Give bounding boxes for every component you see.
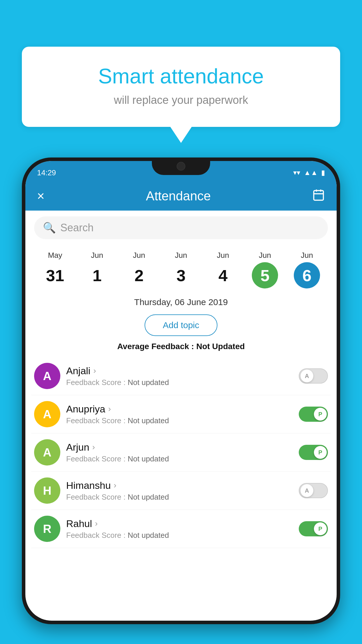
chevron-icon: › [92,442,95,452]
average-feedback: Average Feedback : Not Updated [25,342,337,351]
phone-camera [177,162,185,171]
date-day: 6 [294,262,320,288]
date-day: 31 [42,262,68,288]
student-avatar: A [34,363,60,389]
toggle-container[interactable]: A [299,483,328,498]
student-name[interactable]: Arjun › [66,442,293,453]
phone-notch [152,158,210,175]
student-item: HHimanshu ›Feedback Score : Not updatedA [31,472,331,510]
student-avatar: A [34,401,60,427]
search-bar[interactable]: 🔍 Search [34,216,328,239]
date-day: 5 [252,262,278,288]
student-info[interactable]: Rahul ›Feedback Score : Not updated [66,518,293,540]
attendance-toggle[interactable]: A [299,483,328,498]
attendance-toggle[interactable]: P [299,521,328,536]
average-feedback-value: Not Updated [196,342,245,351]
date-item-6[interactable]: Jun6 [286,251,328,288]
attendance-toggle[interactable]: A [299,368,328,384]
student-feedback: Feedback Score : Not updated [66,493,293,502]
date-month: Jun [259,251,271,260]
date-month: May [48,251,62,260]
toggle-knob: P [314,522,327,535]
student-item: AArjun ›Feedback Score : Not updatedP [31,433,331,472]
calendar-icon[interactable] [312,188,325,204]
student-name[interactable]: Rahul › [66,518,293,529]
student-info[interactable]: Anjali ›Feedback Score : Not updated [66,365,293,387]
date-item-1[interactable]: Jun1 [76,251,118,288]
date-day: 2 [126,262,152,288]
search-placeholder: Search [60,222,94,234]
date-month: Jun [175,251,187,260]
status-icons: ▾▾ ▲▲ ▮ [293,169,325,177]
toggle-knob: A [301,370,313,382]
signal-icon: ▲▲ [304,169,318,177]
speech-bubble-container: Smart attendance will replace your paper… [22,47,340,127]
toggle-container[interactable]: A [299,368,328,384]
date-day: 3 [168,262,194,288]
student-item: AAnupriya ›Feedback Score : Not updatedP [31,395,331,433]
svg-rect-0 [314,190,323,200]
student-item: RRahul ›Feedback Score : Not updatedP [31,510,331,548]
student-info[interactable]: Himanshu ›Feedback Score : Not updated [66,480,293,502]
student-list: AAnjali ›Feedback Score : Not updatedAAA… [25,357,337,548]
date-month: Jun [301,251,313,260]
average-feedback-label: Average Feedback : [117,342,194,351]
speech-bubble-subtitle: will replace your paperwork [34,94,328,106]
date-month: Jun [217,251,229,260]
student-avatar: R [34,516,60,542]
speech-bubble-title: Smart attendance [34,64,328,88]
attendance-toggle[interactable]: P [299,445,328,460]
date-month: Jun [91,251,103,260]
student-info[interactable]: Arjun ›Feedback Score : Not updated [66,442,293,463]
search-icon: 🔍 [43,222,56,234]
chevron-icon: › [114,481,116,490]
date-item-31[interactable]: May31 [34,251,76,288]
student-avatar: A [34,439,60,466]
chevron-icon: › [108,404,111,414]
student-feedback: Feedback Score : Not updated [66,416,293,425]
speech-bubble: Smart attendance will replace your paper… [22,47,340,127]
student-feedback: Feedback Score : Not updated [66,378,293,387]
phone-frame: 14:29 ▾▾ ▲▲ ▮ × Attendance [22,158,340,624]
student-feedback: Feedback Score : Not updated [66,454,293,463]
student-feedback: Feedback Score : Not updated [66,531,293,540]
date-scroller[interactable]: May31Jun1Jun2Jun3Jun4Jun5Jun6 [25,245,337,294]
toggle-container[interactable]: P [299,521,328,536]
attendance-toggle[interactable]: P [299,407,328,422]
date-month: Jun [133,251,145,260]
student-info[interactable]: Anupriya ›Feedback Score : Not updated [66,403,293,425]
toggle-container[interactable]: P [299,445,328,460]
student-name[interactable]: Anjali › [66,365,293,377]
student-name[interactable]: Anupriya › [66,403,293,415]
toggle-knob: A [301,484,313,497]
student-avatar: H [34,477,60,504]
toggle-knob: P [314,446,327,459]
date-day: 1 [84,262,110,288]
close-button[interactable]: × [37,189,45,203]
battery-icon: ▮ [321,169,325,177]
date-item-2[interactable]: Jun2 [118,251,160,288]
add-topic-button[interactable]: Add topic [145,314,217,336]
toggle-knob: P [314,408,327,421]
phone-wrapper: 14:29 ▾▾ ▲▲ ▮ × Attendance [22,158,340,644]
chevron-icon: › [93,366,96,375]
student-item: AAnjali ›Feedback Score : Not updatedA [31,357,331,395]
chevron-icon: › [95,519,98,528]
date-item-3[interactable]: Jun3 [160,251,202,288]
student-name[interactable]: Himanshu › [66,480,293,491]
status-time: 14:29 [37,168,56,177]
toggle-container[interactable]: P [299,407,328,422]
header-title: Attendance [146,189,211,203]
phone-screen: 14:29 ▾▾ ▲▲ ▮ × Attendance [25,161,337,621]
wifi-icon: ▾▾ [293,169,300,177]
date-day: 4 [210,262,236,288]
date-item-4[interactable]: Jun4 [202,251,244,288]
selected-date: Thursday, 06 June 2019 [25,294,337,312]
app-header: × Attendance [25,181,337,211]
date-item-5[interactable]: Jun5 [244,251,286,288]
